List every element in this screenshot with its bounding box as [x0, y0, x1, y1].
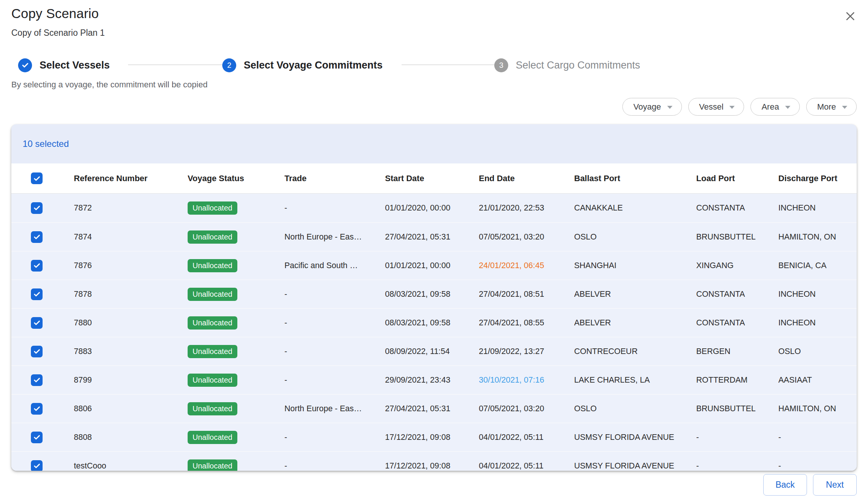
ballast-port-cell: OSLO [574, 232, 696, 242]
checkmark-icon [33, 404, 41, 413]
discharge-port-cell: INCHEON [778, 318, 857, 328]
reference-number-cell: 7872 [74, 203, 188, 213]
trade-cell: - [284, 461, 385, 471]
row-checkbox[interactable] [31, 403, 43, 415]
end-date-cell: 27/04/2021, 08:55 [479, 318, 574, 328]
start-date-cell: 29/09/2021, 23:43 [385, 375, 479, 385]
select-all-checkbox[interactable] [31, 172, 43, 184]
chevron-down-icon [842, 106, 847, 109]
trade-cell: Pacific and South … [284, 261, 385, 270]
filter-vessel-button[interactable]: Vessel [688, 98, 744, 116]
filter-area-button[interactable]: Area [750, 98, 799, 116]
trade-cell: - [284, 318, 385, 328]
discharge-port-cell: HAMILTON, ON [778, 232, 857, 242]
row-checkbox[interactable] [31, 202, 43, 214]
discharge-port-cell: INCHEON [778, 203, 857, 213]
table-row[interactable]: 7883 Unallocated - 08/09/2022, 11:54 21/… [11, 337, 857, 365]
start-date-cell: 01/01/2021, 00:00 [385, 261, 479, 270]
step-2-label: Select Voyage Commitments [244, 60, 383, 71]
step-2-circle: 2 [222, 58, 236, 72]
reference-number-cell: 7880 [74, 318, 188, 328]
checkmark-icon [33, 261, 41, 270]
step-3-label: Select Cargo Commitments [516, 60, 640, 71]
filter-more-button[interactable]: More [806, 98, 857, 116]
filter-area-label: Area [761, 102, 779, 112]
load-port-cell: ROTTERDAM [696, 375, 778, 385]
stepper: Select Vessels 2 Select Voyage Commitmen… [11, 57, 857, 73]
row-checkbox[interactable] [31, 288, 43, 300]
start-date-cell: 17/12/2021, 09:08 [385, 461, 479, 471]
end-date-cell: 04/01/2022, 05:11 [479, 461, 574, 471]
table-row[interactable]: 8806 Unallocated North Europe - Eas… 27/… [11, 394, 857, 423]
back-button[interactable]: Back [763, 474, 807, 496]
check-icon [21, 61, 29, 69]
chevron-down-icon [785, 106, 790, 109]
ballast-port-cell: USMSY FLORIDA AVENUE [574, 433, 696, 442]
trade-cell: North Europe - Eas… [284, 232, 385, 242]
table-row[interactable]: testCooo Unallocated - 17/12/2021, 09:08… [11, 451, 857, 471]
ballast-port-cell: OSLO [574, 404, 696, 414]
discharge-port-cell: - [778, 461, 857, 471]
row-checkbox[interactable] [31, 374, 43, 386]
ballast-port-cell: LAKE CHARLES, LA [574, 375, 696, 385]
load-port-cell: XINGANG [696, 261, 778, 270]
load-port-cell: BERGEN [696, 347, 778, 356]
step-connector [402, 64, 497, 65]
end-date-cell: 07/05/2021, 03:20 [479, 232, 574, 242]
row-checkbox[interactable] [31, 346, 43, 357]
reference-number-cell: 7883 [74, 347, 188, 356]
reference-number-cell: 7874 [74, 232, 188, 242]
trade-cell: North Europe - Eas… [284, 404, 385, 414]
end-date-cell: 24/01/2021, 06:45 [479, 261, 574, 270]
table-row[interactable]: 7880 Unallocated - 08/03/2021, 09:58 27/… [11, 308, 857, 337]
load-port-cell: CONSTANTA [696, 203, 778, 213]
ballast-port-cell: USMSY FLORIDA AVENUE [574, 461, 696, 471]
status-badge: Unallocated [188, 201, 237, 215]
next-button[interactable]: Next [813, 474, 857, 496]
end-date-cell: 30/10/2021, 07:16 [479, 375, 574, 385]
discharge-port-cell: OSLO [778, 347, 857, 356]
selected-count: 10 selected [23, 139, 69, 149]
table-row[interactable]: 7876 Unallocated Pacific and South … 01/… [11, 251, 857, 279]
ballast-port-cell: SHANGHAI [574, 261, 696, 270]
dialog-subtitle: Copy of Scenario Plan 1 [11, 28, 105, 38]
status-badge: Unallocated [188, 402, 237, 415]
load-port-cell: - [696, 433, 778, 442]
chevron-down-icon [667, 106, 672, 109]
reference-number-cell: 7878 [74, 290, 188, 299]
close-button[interactable] [843, 9, 857, 23]
start-date-cell: 08/03/2021, 09:58 [385, 290, 479, 299]
discharge-port-cell: INCHEON [778, 290, 857, 299]
checkmark-icon [33, 319, 41, 327]
checkmark-icon [33, 290, 41, 298]
row-checkbox[interactable] [31, 432, 43, 443]
table-row[interactable]: 8799 Unallocated - 29/09/2021, 23:43 30/… [11, 365, 857, 394]
table-row[interactable]: 7872 Unallocated - 01/01/2020, 00:00 21/… [11, 194, 857, 222]
row-checkbox[interactable] [31, 317, 43, 329]
step-connector [128, 64, 223, 65]
checkmark-icon [33, 433, 41, 441]
ballast-port-cell: CONTRECOEUR [574, 347, 696, 356]
table-row[interactable]: 8808 Unallocated - 17/12/2021, 09:08 04/… [11, 423, 857, 451]
status-badge: Unallocated [188, 230, 237, 244]
filter-voyage-button[interactable]: Voyage [622, 98, 682, 116]
end-date-cell: 07/05/2021, 03:20 [479, 404, 574, 414]
load-port-cell: - [696, 461, 778, 471]
row-checkbox[interactable] [31, 260, 43, 272]
table-row[interactable]: 7874 Unallocated North Europe - Eas… 27/… [11, 222, 857, 251]
step-select-voyage-commitments[interactable]: 2 Select Voyage Commitments [222, 57, 383, 73]
filter-voyage-label: Voyage [633, 102, 661, 112]
load-port-cell: CONSTANTA [696, 290, 778, 299]
checkmark-icon [33, 233, 41, 241]
load-port-cell: BRUNSBUTTEL [696, 232, 778, 242]
status-badge: Unallocated [188, 459, 237, 471]
table-row[interactable]: 7878 Unallocated - 08/03/2021, 09:58 27/… [11, 279, 857, 308]
step-select-cargo-commitments[interactable]: 3 Select Cargo Commitments [494, 57, 640, 73]
end-date-cell: 21/01/2020, 22:53 [479, 203, 574, 213]
row-checkbox[interactable] [31, 460, 43, 471]
discharge-port-cell: - [778, 433, 857, 442]
row-checkbox[interactable] [31, 231, 43, 243]
helper-text: By selecting a voyage, the commitment wi… [11, 80, 208, 90]
filter-bar: Voyage Vessel Area More [622, 98, 857, 116]
step-select-vessels[interactable]: Select Vessels [18, 57, 110, 73]
